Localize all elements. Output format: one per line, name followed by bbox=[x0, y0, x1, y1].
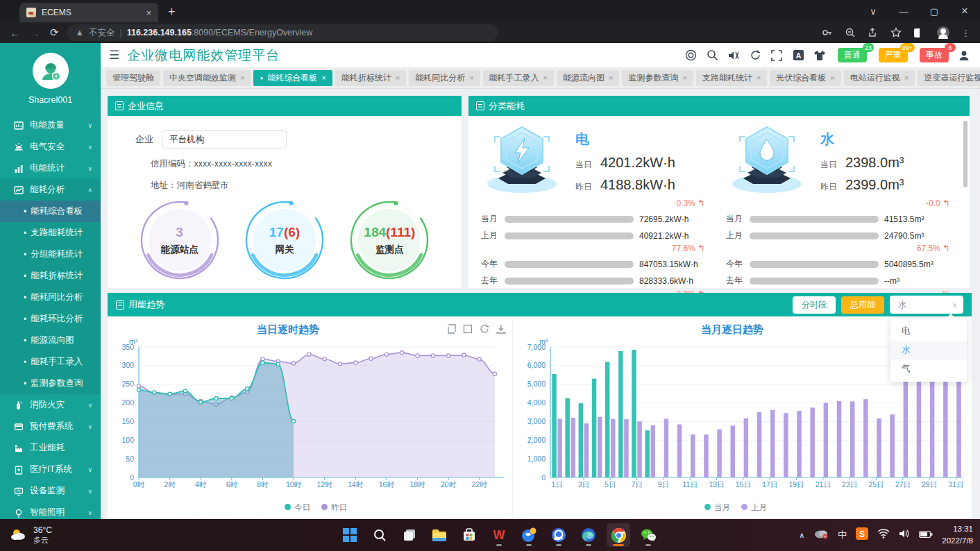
weather-widget[interactable]: 36°C 多云 bbox=[10, 525, 52, 545]
wechat-icon[interactable] bbox=[636, 523, 660, 547]
tab-close-icon[interactable]: × bbox=[830, 74, 834, 82]
refresh-icon[interactable] bbox=[749, 49, 761, 62]
sidebar-subitem[interactable]: •能耗折标统计 bbox=[0, 265, 101, 287]
alarm-badge-normal[interactable]: 普通 23 bbox=[838, 48, 867, 62]
tab-close-icon[interactable]: × bbox=[757, 74, 761, 82]
restore-icon[interactable] bbox=[446, 324, 456, 334]
total-energy-button[interactable]: 总用能 bbox=[841, 296, 884, 314]
sidebar-item-8[interactable]: 设备监测∨ bbox=[0, 480, 101, 502]
dropdown-option-gas[interactable]: 气 bbox=[890, 359, 967, 378]
theme-shirt-icon[interactable] bbox=[813, 49, 826, 62]
dropdown-option-water[interactable]: 水 bbox=[890, 341, 967, 359]
sidebar-item-6[interactable]: 工业能耗 bbox=[0, 437, 101, 459]
page-tab[interactable]: 管理驾驶舱 bbox=[106, 70, 160, 86]
sogou-icon[interactable]: S bbox=[856, 527, 868, 543]
panel-scrollbar[interactable] bbox=[963, 121, 968, 187]
tab-close-icon[interactable]: × bbox=[904, 74, 909, 82]
page-tab[interactable]: 能耗同比分析× bbox=[409, 70, 480, 86]
sidebar-subitem[interactable]: •监测参数查询 bbox=[0, 373, 101, 394]
sidebar-subitem[interactable]: •能耗综合看板 bbox=[0, 201, 101, 222]
alarm-badge-severe[interactable]: 严重 99+ bbox=[879, 48, 908, 62]
left-chart-legend[interactable]: 今日 昨日 bbox=[285, 502, 347, 513]
company-input[interactable]: 平台机构 bbox=[162, 130, 287, 149]
tab-close-icon[interactable]: × bbox=[396, 74, 400, 82]
edge-icon[interactable] bbox=[577, 523, 600, 547]
password-key-icon[interactable] bbox=[822, 27, 833, 38]
sidebar-subitem[interactable]: •能耗环比分析 bbox=[0, 308, 101, 330]
tab-close-icon[interactable]: × bbox=[321, 74, 326, 82]
page-tab[interactable]: 光伏综合看板× bbox=[770, 70, 840, 86]
page-tab[interactable]: 监测参数查询× bbox=[622, 70, 693, 86]
ms-store-icon[interactable] bbox=[457, 523, 481, 547]
chrome-icon[interactable] bbox=[607, 523, 630, 547]
tab-close-icon[interactable]: × bbox=[146, 8, 151, 18]
page-tab[interactable]: 电站运行监视× bbox=[844, 70, 915, 86]
forward-icon[interactable]: → bbox=[30, 27, 40, 39]
page-tab[interactable]: 中央空调能效监测× bbox=[163, 70, 251, 86]
bookmark-star-icon[interactable] bbox=[890, 27, 902, 38]
sidebar-item-1[interactable]: 电气安全∨ bbox=[0, 136, 101, 158]
sidebar-subitem[interactable]: •能耗同比分析 bbox=[0, 287, 101, 308]
tab-close-icon[interactable]: × bbox=[682, 74, 686, 82]
back-icon[interactable]: ← bbox=[10, 27, 20, 39]
sidebar-item-5[interactable]: 预付费系统∨ bbox=[0, 416, 101, 437]
page-tab[interactable]: ●能耗综合看板× bbox=[253, 70, 332, 86]
sidebar-item-4[interactable]: 消防火灾∨ bbox=[0, 394, 101, 416]
side-panel-icon[interactable] bbox=[913, 28, 925, 38]
tab-close-icon[interactable]: × bbox=[609, 74, 613, 82]
right-chart-legend[interactable]: 当月 上月 bbox=[704, 502, 767, 513]
browser-menu-icon[interactable]: ⋮ bbox=[961, 28, 970, 38]
wps-icon[interactable]: W bbox=[487, 523, 511, 547]
tab-close-icon[interactable]: × bbox=[543, 74, 548, 82]
page-tab[interactable]: 支路能耗统计× bbox=[696, 70, 767, 86]
fullscreen-icon[interactable] bbox=[770, 49, 783, 62]
user-avatar[interactable] bbox=[33, 53, 69, 89]
sidebar-item-9[interactable]: 智能照明∨ bbox=[0, 502, 101, 519]
tab-close-icon[interactable]: × bbox=[240, 74, 244, 82]
sidebar-subitem[interactable]: •能耗手工录入 bbox=[0, 351, 101, 373]
wifi-icon[interactable] bbox=[877, 529, 890, 541]
sidebar-item-0[interactable]: 电能质量∨ bbox=[0, 115, 101, 136]
download-icon[interactable] bbox=[496, 324, 506, 334]
share-icon[interactable] bbox=[868, 27, 879, 38]
profile-avatar[interactable] bbox=[937, 26, 949, 39]
sidebar-item-2[interactable]: 电能统计∨ bbox=[0, 158, 101, 179]
new-tab-button[interactable]: + bbox=[168, 5, 176, 22]
alarm-badge-accident[interactable]: 事故 6 bbox=[920, 48, 949, 62]
tray-expand-icon[interactable]: ∧ bbox=[799, 531, 804, 540]
mute-icon[interactable] bbox=[727, 49, 740, 62]
hamburger-menu-icon[interactable]: ☰ bbox=[109, 48, 119, 62]
page-tab[interactable]: 能源流向图× bbox=[557, 70, 619, 86]
target-icon[interactable] bbox=[684, 49, 697, 62]
sidebar-subitem[interactable]: •支路能耗统计 bbox=[0, 222, 101, 244]
energy-type-select[interactable]: 水 ∧ bbox=[890, 296, 963, 314]
window-maximize-button[interactable]: ▢ bbox=[919, 6, 949, 17]
file-explorer-icon[interactable] bbox=[428, 523, 451, 547]
clock[interactable]: 13:31 2022/7/8 bbox=[942, 523, 973, 546]
volume-icon[interactable] bbox=[899, 529, 910, 541]
taskbar-search-icon[interactable] bbox=[368, 523, 391, 547]
page-tab[interactable]: 能耗手工录入× bbox=[483, 70, 554, 86]
window-minimize-button[interactable]: — bbox=[888, 6, 919, 17]
refresh-chart-icon[interactable] bbox=[480, 324, 489, 334]
meeting-app-icon[interactable] bbox=[517, 523, 541, 547]
sidebar-item-3[interactable]: 能耗分析∧ bbox=[0, 179, 101, 201]
window-close-button[interactable]: × bbox=[949, 5, 980, 17]
tab-search-icon[interactable]: ∨ bbox=[858, 6, 888, 17]
tab-close-icon[interactable]: × bbox=[469, 74, 473, 82]
page-tab[interactable]: 逆变器运行监视× bbox=[918, 70, 980, 86]
user-icon[interactable] bbox=[958, 49, 970, 62]
font-size-icon[interactable]: A bbox=[792, 49, 804, 62]
ime-indicator[interactable]: 中 bbox=[838, 529, 847, 541]
hourly-trend-chart[interactable]: 050100150200250300350m³0时2时4时6时8时10时12时1… bbox=[111, 337, 510, 498]
battery-icon[interactable] bbox=[919, 529, 933, 541]
sidebar-subitem[interactable]: •分组能耗统计 bbox=[0, 244, 101, 265]
timeslot-button[interactable]: 分时段 bbox=[793, 296, 836, 314]
data-view-icon[interactable] bbox=[463, 324, 473, 334]
dropdown-option-electric[interactable]: 电 bbox=[890, 322, 967, 341]
search-icon[interactable] bbox=[706, 49, 718, 62]
quark-browser-icon[interactable] bbox=[547, 523, 571, 547]
address-bar[interactable]: ▲ 不安全 | 116.236.149.165:8090/ECEMS/Energ… bbox=[67, 24, 498, 41]
start-button[interactable] bbox=[338, 523, 362, 547]
reload-icon[interactable]: ⟳ bbox=[50, 26, 59, 39]
